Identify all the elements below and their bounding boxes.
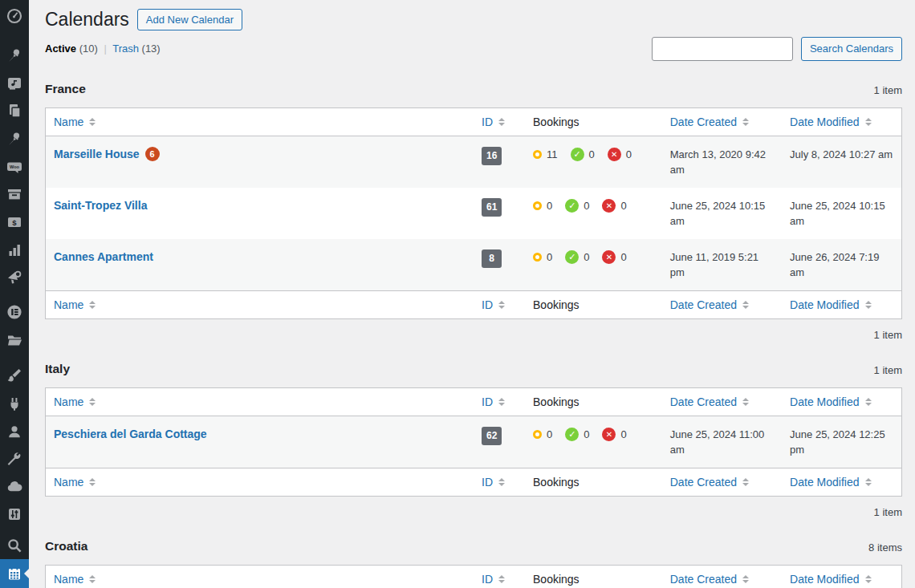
column-header-name[interactable]: Name [46,565,474,588]
column-header-id[interactable]: ID [474,387,525,416]
date-modified-cell: June 26, 2024 7:19 am [782,239,901,291]
column-header-name[interactable]: Name [46,290,474,318]
column-header-date-created-sort-link[interactable]: Date Created [670,395,749,408]
column-header-bookings: Bookings [525,565,662,588]
column-header-name-sort-link[interactable]: Name [54,573,96,586]
sidebar-item-cloud[interactable] [0,472,29,501]
date-created-cell: June 25, 2024 11:00 am [662,416,782,468]
filter-trash-link[interactable]: Trash [112,43,139,55]
section-title: Croatia [45,539,87,554]
filter-active-label[interactable]: Active [45,43,76,55]
column-header-date-modified[interactable]: Date Modified [782,565,901,588]
column-header-id-sort-link[interactable]: ID [482,298,505,311]
calendar-name-link[interactable]: Saint-Tropez Villa [54,199,147,212]
table-row: Cannes Apartment8000June 11, 2019 5:21 p… [46,239,902,291]
pushpin-icon [6,131,22,147]
sort-arrows-icon [89,478,96,486]
column-header-name[interactable]: Name [46,468,474,496]
column-header-date-created-sort-link[interactable]: Date Created [670,116,749,128]
sidebar-item-search[interactable] [0,532,29,560]
column-header-bookings: Bookings [525,468,662,496]
column-header-name-sort-link[interactable]: Name [54,116,96,128]
booking-status-approved: 0 [565,427,589,442]
sidebar-item-tools[interactable] [0,445,29,473]
sort-arrows-icon [498,118,505,126]
column-header-date-modified-sort-link[interactable]: Date Modified [790,116,871,128]
sidebar-item-stats[interactable] [0,236,29,264]
sidebar-item-pages[interactable] [0,97,29,125]
admin-app: Woo $ [0,0,915,588]
sidebar-item-archive[interactable] [0,180,29,209]
column-header-id[interactable]: ID [474,107,525,136]
sidebar-item-portfolio[interactable] [0,326,29,354]
elementor-icon [6,304,22,320]
column-header-id-sort-link[interactable]: ID [482,476,505,489]
column-header-id-sort-link[interactable]: ID [482,395,505,408]
column-header-name[interactable]: Name [46,387,474,416]
column-header-date-created[interactable]: Date Created [662,107,782,136]
cancelled-icon [608,148,621,161]
sidebar-item-appearance[interactable] [0,362,29,390]
column-header-date-modified-sort-link[interactable]: Date Modified [790,476,871,489]
booking-status-approved: 0 [571,147,595,162]
woocommerce-icon: Woo [6,159,22,175]
sidebar-item-calendars[interactable] [0,559,29,588]
sidebar-item-marketing[interactable] [0,264,29,292]
column-header-date-modified-sort-link[interactable]: Date Modified [790,573,871,586]
column-header-id[interactable]: ID [474,565,525,588]
calendar-name-link[interactable]: Cannes Apartment [54,250,153,263]
column-header-date-created-sort-link[interactable]: Date Created [670,476,749,489]
sidebar-item-media[interactable] [0,69,29,97]
sidebar-item-settings[interactable] [0,501,29,529]
column-header-date-created[interactable]: Date Created [662,565,782,588]
sort-arrows-icon [742,478,749,486]
column-header-id[interactable]: ID [474,468,525,496]
column-header-date-modified[interactable]: Date Modified [782,107,901,136]
calendar-section: Italy 1 item NameIDBookingsDate CreatedD… [45,362,902,518]
column-header-id-sort-link[interactable]: ID [482,573,505,586]
sidebar-item-dashboard[interactable] [0,2,29,30]
table-row: Marseille House6161100March 13, 2020 9:4… [46,136,902,188]
column-header-date-created-sort-link[interactable]: Date Created [670,298,749,311]
column-header-date-modified-sort-link[interactable]: Date Modified [790,298,871,311]
sidebar-item-plugins[interactable] [0,390,29,418]
sidebar-item-payments[interactable]: $ [0,209,29,237]
sort-arrows-icon [498,398,505,406]
admin-sidebar: Woo $ [0,0,29,588]
sidebar-item-custom-post[interactable] [0,125,29,153]
sidebar-item-users[interactable] [0,417,29,445]
search-input[interactable] [652,37,793,61]
calendars-table: NameIDBookingsDate CreatedDate Modified … [45,107,902,319]
column-header-date-modified-sort-link[interactable]: Date Modified [790,395,871,408]
column-header-date-created[interactable]: Date Created [662,290,782,318]
cloud-icon [6,479,22,495]
sort-arrows-icon [498,301,505,309]
column-header-date-modified[interactable]: Date Modified [782,468,901,496]
add-new-calendar-button[interactable]: Add New Calendar [137,9,242,30]
column-header-id[interactable]: ID [474,290,525,318]
sidebar-item-woocommerce[interactable]: Woo [0,152,29,180]
filter-trash-count: (13) [142,43,161,55]
column-header-date-modified[interactable]: Date Modified [782,387,901,416]
column-header-date-created-sort-link[interactable]: Date Created [670,573,749,586]
column-header-bookings: Bookings [525,387,662,416]
plugins-plug-icon [6,395,22,412]
sidebar-item-elementor[interactable] [0,298,29,326]
column-header-name[interactable]: Name [46,107,474,136]
filter-active-count: (10) [79,43,98,55]
calendar-name-link[interactable]: Marseille House [54,148,140,160]
pending-count-badge: 6 [145,147,160,161]
megaphone-icon [6,270,22,286]
sidebar-item-posts[interactable] [0,42,29,70]
column-header-date-created[interactable]: Date Created [662,387,782,416]
search-calendars-button[interactable]: Search Calendars [801,37,902,61]
column-header-name-sort-link[interactable]: Name [54,395,96,408]
column-header-date-created[interactable]: Date Created [662,468,782,496]
column-header-name-sort-link[interactable]: Name [54,298,96,311]
calendar-name-link[interactable]: Peschiera del Garda Cottage [54,428,207,440]
column-header-name-sort-link[interactable]: Name [54,476,96,489]
column-header-date-modified[interactable]: Date Modified [782,290,901,318]
column-header-id-sort-link[interactable]: ID [482,116,505,128]
portfolio-folder-icon [6,332,22,348]
stats-chart-icon [6,242,22,258]
